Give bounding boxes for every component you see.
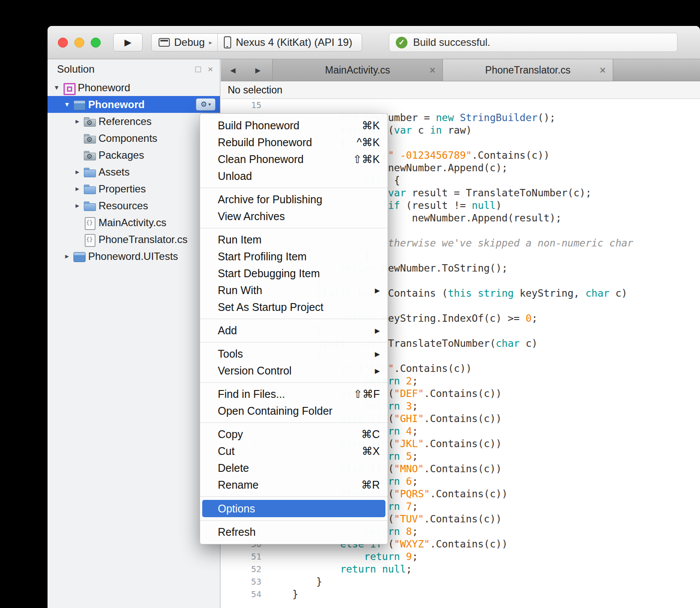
tree-item-resources[interactable]: ▸Resources [48,197,220,214]
tree-item-phoneword-uitests[interactable]: ▸Phoneword.UITests [48,248,220,265]
navigate-back-icon[interactable]: ◀ [224,59,242,81]
run-button[interactable]: ▶ [113,33,143,51]
menu-separator [200,382,388,383]
chevron-down-icon: ▾ [208,102,211,107]
breadcrumb-text: No selection [228,84,283,96]
submenu-arrow-icon: ▶ [375,327,380,335]
chevron-right-icon: ▸ [209,39,212,46]
tree-item-phoneword[interactable]: ▾Phoneword⚙▾ [48,96,220,113]
close-pad-icon[interactable]: × [208,64,213,74]
expand-icon[interactable]: ▸ [61,252,73,261]
tree-item-mainactivity-cs[interactable]: {}MainActivity.cs [48,214,220,231]
gear-emblem-icon: ⚙ [86,136,92,143]
menu-item-label: View Archives [218,210,285,223]
menu-item-label: Rebuild Phoneword [218,136,312,149]
tree-item-properties[interactable]: ▸Properties [48,180,220,197]
menu-item-refresh[interactable]: Refresh [200,524,388,541]
menu-item-delete[interactable]: Delete [200,460,388,477]
zoom-window-button[interactable] [91,38,101,48]
close-tab-icon[interactable]: × [429,65,436,76]
tab-mainactivity-cs[interactable]: MainActivity.cs× [272,59,443,81]
configuration-selector[interactable]: Debug ▸ [152,34,217,51]
menu-item-run-item[interactable]: Run Item [200,231,388,248]
tab-phonetranslator-cs[interactable]: PhoneTranslator.cs× [442,59,613,81]
close-window-button[interactable] [58,38,68,48]
menu-item-label: Clean Phoneword [218,153,304,166]
menu-item-set-as-startup-project[interactable]: Set As Startup Project [200,299,388,316]
tree-item-phonetranslator-cs[interactable]: {}PhoneTranslator.cs [48,231,220,248]
expand-icon[interactable]: ▸ [72,117,83,126]
window-controls [58,38,101,48]
device-selector[interactable]: Nexus 4 (KitKat) (API 19) [218,34,362,51]
tree-item-label: Phoneword [78,82,130,94]
menu-item-cut[interactable]: Cut⌘X [200,443,388,460]
menu-item-build-phoneword[interactable]: Build Phoneword⌘K [200,117,388,134]
tab-bar: ◀ ▶ MainActivity.cs×PhoneTranslator.cs× [221,59,700,81]
code-text: } [268,576,700,588]
braces-glyph: {} [86,236,93,243]
expand-icon[interactable]: ▸ [72,167,83,176]
expand-icon[interactable]: ▸ [72,201,83,210]
tree-item-label: Components [99,132,157,144]
dock-pad-icon[interactable]: □ [195,64,201,74]
menu-item-view-archives[interactable]: View Archives [200,208,388,225]
tree-item-references[interactable]: ▸⚙References [48,113,220,130]
menu-item-label: Copy [218,428,243,441]
menu-separator [200,228,388,228]
solution-pad-header: Solution □ × [48,59,220,79]
menu-item-options[interactable]: Options [202,500,385,517]
context-menu: Build Phoneword⌘KRebuild Phoneword^⌘KCle… [200,113,388,544]
collapse-icon[interactable]: ▾ [61,100,73,109]
menu-item-find-in-files[interactable]: Find in Files...⇧⌘F [200,386,388,403]
tree-item-components[interactable]: ⚙Components [48,130,220,147]
menu-item-clean-phoneword[interactable]: Clean Phoneword⇧⌘K [200,151,388,168]
device-phone-icon [224,36,231,48]
cs-file-icon: {} [83,217,96,229]
toolbar: ▶ Debug ▸ Nexus 4 (KitKat) (API 19) ✓ Bu… [48,26,700,59]
folder-icon [83,183,96,195]
menu-item-label: Rename [218,479,259,491]
menu-separator [200,342,388,342]
menu-item-open-containing-folder[interactable]: Open Containing Folder [200,403,388,419]
menu-item-label: Start Debugging Item [218,267,320,280]
tree-item-label: Phoneword.UITests [88,250,178,262]
menu-item-shortcut: ^⌘K [357,136,380,149]
menu-item-add[interactable]: Add▶ [200,322,388,339]
menu-item-archive-for-publishing[interactable]: Archive for Publishing [200,191,388,208]
project-options-gear-button[interactable]: ⚙▾ [196,98,216,111]
tree-item-packages[interactable]: ⚙Packages [48,147,220,163]
menu-item-rename[interactable]: Rename⌘R [200,477,388,493]
menu-item-run-with[interactable]: Run With▶ [200,282,388,299]
submenu-arrow-icon: ▶ [375,367,380,375]
menu-item-copy[interactable]: Copy⌘C [200,426,388,443]
tree-item-label: Phoneword [88,99,145,111]
minimize-window-button[interactable] [74,38,84,48]
menu-item-shortcut: ⌘R [361,479,380,491]
menu-item-label: Tools [218,348,243,360]
menu-item-tools[interactable]: Tools▶ [200,346,388,362]
expand-icon[interactable]: ▸ [72,184,83,193]
build-success-icon: ✓ [396,37,407,48]
close-tab-icon[interactable]: × [599,65,606,76]
code-text [268,99,700,112]
tree-item-label: Packages [99,149,144,161]
folder-icon [83,166,96,178]
menu-item-shortcut: ⌘K [362,119,380,132]
menu-item-start-debugging-item[interactable]: Start Debugging Item [200,265,388,282]
menu-item-shortcut: ⌘X [362,445,380,458]
menu-item-start-profiling-item[interactable]: Start Profiling Item [200,248,388,265]
breadcrumb: No selection [221,81,700,99]
menu-item-version-control[interactable]: Version Control▶ [200,362,388,379]
collapse-icon[interactable]: ▾ [51,83,62,92]
folder-gear-icon: ⚙ [83,115,96,128]
menu-item-rebuild-phoneword[interactable]: Rebuild Phoneword^⌘K [200,134,388,151]
gear-emblem-icon: ⚙ [86,153,92,160]
menu-item-shortcut: ⇧⌘K [353,153,380,166]
menu-item-label: Run With [218,284,262,297]
menu-item-unload[interactable]: Unload [200,168,388,185]
project-icon [73,99,86,111]
tree-item-assets[interactable]: ▸Assets [48,163,220,180]
tab-label: PhoneTranslator.cs [485,64,570,76]
tree-item-phoneword[interactable]: ▾Phoneword [48,79,220,96]
navigate-forward-icon[interactable]: ▶ [249,59,267,81]
